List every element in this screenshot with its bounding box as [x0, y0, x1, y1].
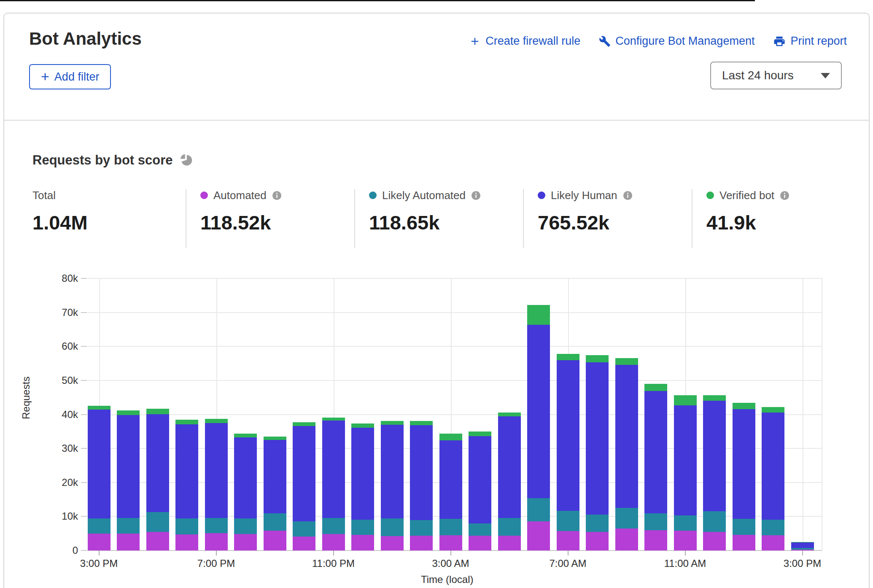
bar-900pm[interactable]: [264, 437, 286, 550]
time-range-select[interactable]: Last 24 hours: [710, 62, 842, 89]
info-icon[interactable]: [780, 191, 789, 200]
bar-500pm[interactable]: [146, 409, 169, 550]
bar-segment-automated: [351, 535, 374, 550]
bar-segment-verified-bot: [498, 413, 521, 416]
configure-bot-management-link[interactable]: Configure Bot Management: [599, 35, 754, 48]
bar-segment-likely-automated: [586, 515, 609, 532]
bar-segment-likely-automated: [293, 521, 315, 536]
bar-1200pm[interactable]: [703, 395, 726, 550]
chart-plot-area: [87, 278, 822, 550]
bar-segment-likely-human: [791, 542, 814, 548]
create-firewall-rule-link[interactable]: Create firewall rule: [469, 35, 580, 48]
stat-automated: Automated 118.52k: [200, 189, 282, 234]
likely-automated-legend-dot: [369, 192, 377, 199]
stat-verified-bot-value: 41.9k: [706, 211, 789, 234]
bar-segment-likely-human: [674, 405, 697, 515]
bar-segment-likely-automated: [205, 518, 228, 533]
info-icon[interactable]: [272, 191, 282, 200]
bar-1000am[interactable]: [644, 384, 667, 550]
bar-segment-automated: [234, 534, 257, 550]
x-axis-label: 11:00 AM: [652, 558, 719, 569]
bar-600am[interactable]: [527, 305, 550, 550]
bar-1000pm[interactable]: [293, 422, 315, 550]
bar-segment-likely-automated: [762, 520, 784, 535]
bar-segment-likely-automated: [527, 498, 550, 521]
bar-100pm[interactable]: [733, 403, 755, 550]
bar-segment-likely-automated: [146, 512, 169, 532]
add-filter-button[interactable]: + Add filter: [29, 64, 111, 89]
y-tick-mark: [81, 414, 87, 415]
automated-legend-dot: [200, 192, 208, 199]
bar-segment-automated: [322, 534, 345, 551]
bar-1200am[interactable]: [351, 423, 374, 550]
stat-verified-bot-label: Verified bot: [719, 189, 774, 202]
bar-segment-automated: [410, 536, 433, 550]
bar-1100pm[interactable]: [322, 418, 345, 550]
bar-segment-verified-bot: [117, 410, 140, 415]
stat-verified-bot: Verified bot 41.9k: [706, 189, 789, 234]
verified-bot-legend-dot: [706, 192, 714, 199]
print-report-label: Print report: [790, 35, 847, 48]
bar-500am[interactable]: [498, 413, 521, 550]
bar-segment-likely-human: [498, 416, 521, 518]
bar-segment-likely-automated: [615, 508, 638, 528]
x-tick-mark: [802, 550, 803, 556]
y-tick-mark: [81, 312, 87, 313]
bar-200pm[interactable]: [762, 407, 784, 550]
bar-segment-verified-bot: [644, 384, 667, 391]
x-axis-label: 3:00 AM: [417, 558, 485, 569]
bar-400am[interactable]: [469, 432, 491, 550]
x-axis-label: 7:00 PM: [183, 558, 250, 569]
bar-segment-verified-bot: [586, 355, 609, 362]
bar-segment-automated: [762, 535, 784, 550]
bar-900am[interactable]: [615, 358, 638, 550]
bar-segment-automated: [293, 537, 315, 550]
bar-segment-likely-human: [615, 365, 638, 508]
bar-segment-likely-human: [527, 325, 550, 498]
stat-likely-human-label: Likely Human: [551, 189, 617, 202]
bar-segment-automated: [733, 535, 755, 550]
stat-likely-automated-label: Likely Automated: [382, 189, 466, 202]
gridline-v: [822, 278, 822, 550]
bar-400pm[interactable]: [117, 410, 140, 550]
bar-300am[interactable]: [439, 434, 462, 550]
stat-divider: [692, 189, 692, 248]
bar-segment-likely-human: [469, 436, 491, 523]
section-title-text: Requests by bot score: [32, 153, 172, 168]
top-border-line: [0, 0, 755, 1]
y-axis-label: 70k: [40, 307, 78, 318]
bar-segment-automated: [469, 536, 491, 550]
bar-segment-verified-bot: [88, 406, 110, 410]
bar-segment-likely-automated: [117, 518, 140, 534]
print-report-link[interactable]: Print report: [773, 35, 847, 48]
bar-800am[interactable]: [586, 355, 609, 550]
y-tick-mark: [81, 550, 87, 551]
bar-300pm[interactable]: [88, 406, 110, 550]
bar-700am[interactable]: [557, 354, 579, 550]
bar-1100am[interactable]: [674, 395, 697, 550]
stat-likely-human-value: 765.52k: [538, 211, 633, 234]
bar-100am[interactable]: [381, 421, 404, 550]
stat-divider: [186, 189, 186, 248]
x-tick-mark: [99, 550, 100, 556]
bar-200am[interactable]: [410, 421, 433, 550]
bar-800pm[interactable]: [234, 434, 257, 550]
bar-700pm[interactable]: [205, 419, 228, 550]
bar-300pm[interactable]: [791, 542, 814, 550]
likely-human-legend-dot: [538, 192, 545, 199]
bar-segment-likely-automated: [351, 520, 374, 534]
info-icon[interactable]: [471, 191, 481, 200]
bar-segment-likely-human: [410, 425, 433, 520]
bar-segment-verified-bot: [381, 421, 404, 425]
bar-segment-verified-bot: [205, 419, 228, 423]
stat-total-value: 1.04M: [32, 211, 88, 234]
stat-likely-automated-value: 118.65k: [369, 211, 481, 234]
page-title: Bot Analytics: [29, 29, 142, 49]
bar-segment-verified-bot: [351, 423, 374, 428]
bar-segment-likely-human: [264, 440, 286, 513]
bar-segment-verified-bot: [733, 403, 755, 409]
bar-segment-likely-automated: [644, 513, 667, 530]
bar-600pm[interactable]: [175, 420, 198, 550]
info-icon[interactable]: [623, 191, 633, 200]
wrench-icon: [599, 35, 611, 47]
